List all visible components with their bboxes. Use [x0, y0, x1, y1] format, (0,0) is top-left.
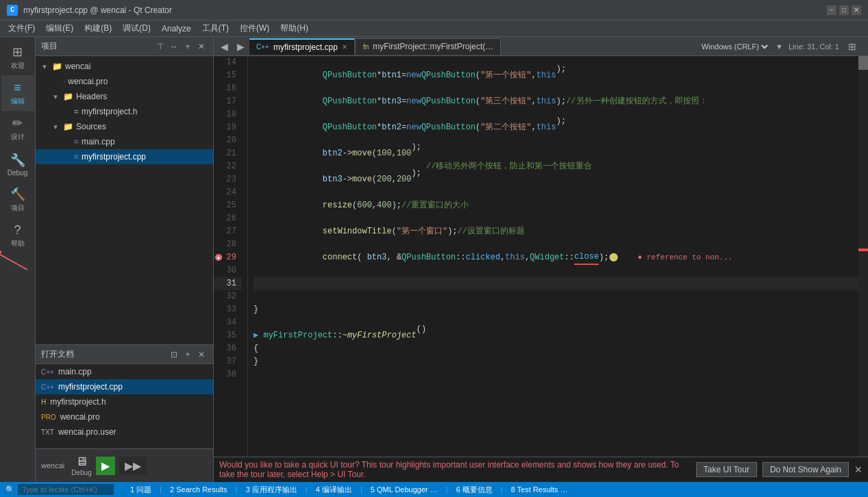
close-open-files-icon[interactable]: ✕ [195, 348, 208, 361]
scrollbar-thumb[interactable] [858, 56, 868, 70]
tree-item-headers[interactable]: ▼ 📁 Headers [36, 89, 213, 104]
sidebar-debug-btn[interactable]: 🔧 Debug [1, 146, 34, 182]
design-label: 设计 [11, 132, 25, 142]
line-25: 25 [214, 199, 242, 212]
open-file-wencai-pro-user[interactable]: TXT wencai.pro.user [36, 424, 213, 439]
tree-item-main-cpp[interactable]: ⌗ main.cpp [36, 134, 213, 149]
status-search-results[interactable]: 2 Search Results [167, 485, 230, 494]
filter-icon[interactable]: ⊤ [154, 40, 166, 53]
split-icon[interactable]: ⊡ [168, 348, 180, 361]
line-24: 24 [214, 186, 242, 199]
line-21: 21 [214, 147, 242, 160]
cpp-icon: C++ [41, 368, 54, 376]
forward-button[interactable]: ▶ [233, 39, 248, 54]
menu-analyze[interactable]: Analyze [156, 23, 197, 35]
code-line-35: ▶ myFirstProject::~myFirstProject() [253, 329, 858, 342]
menu-edit[interactable]: 编辑(E) [40, 21, 79, 36]
code-line-36: { [253, 342, 858, 355]
design-icon: ✏ [12, 116, 23, 131]
sidebar-edit-btn[interactable]: ≡ 编辑 [1, 75, 34, 111]
status-errors[interactable]: 1 问题 [127, 485, 154, 495]
open-file-myfirstproject-cpp[interactable]: C++ myfirstproject.cpp [36, 379, 213, 394]
tree-item-sources[interactable]: ▼ 📁 Sources [36, 119, 213, 134]
code-line-17: QPushButton * btn3 = new QPushButton("第三… [253, 95, 858, 108]
header-file-icon: ⌗ [74, 107, 79, 116]
status-app-output[interactable]: 3 应用程序输出 [243, 485, 300, 495]
do-not-show-button[interactable]: Do Not Show Again [762, 462, 849, 477]
menu-bar: 文件(F) 编辑(E) 构建(B) 调试(D) Analyze 工具(T) 控件… [0, 21, 868, 37]
sync-icon[interactable]: ↔ [168, 40, 180, 53]
code-line-31 [253, 277, 858, 290]
add-icon[interactable]: + [182, 40, 194, 53]
maximize-button[interactable]: □ [839, 5, 849, 15]
open-file-label: main.cpp [58, 367, 92, 377]
close-panel-icon[interactable]: ✕ [195, 40, 208, 53]
line-38: 38 [214, 368, 242, 381]
line-19: 19 [214, 121, 242, 134]
folder-icon: 📁 [63, 92, 73, 101]
debug-label: Debug [8, 169, 27, 177]
tab-close-icon[interactable]: ✕ [342, 43, 347, 51]
run-button[interactable]: ▶ [96, 457, 115, 475]
open-files-header: 打开文档 ⊡ + ✕ [36, 345, 213, 364]
position-text: Line: 31, Col: 1 [789, 42, 839, 51]
line-23: 23 [214, 173, 242, 186]
minimize-button[interactable]: − [827, 5, 836, 15]
line-14: 14 [214, 56, 242, 69]
project-panel-header: 项目 ⊤ ↔ + ✕ [36, 37, 213, 56]
expand-icon[interactable]: + [182, 348, 194, 361]
code-line-22: //移动另外两个按钮，防止和第一个按钮重合 [253, 160, 858, 173]
tab-myfirstproject-cpp[interactable]: C++ myfirstproject.cpp ✕ [249, 38, 355, 55]
code-line-25: resize(600,400);//重置窗口的大小 [253, 199, 858, 212]
tree-label: myfirstproject.cpp [82, 152, 146, 162]
menu-controls[interactable]: 控件(W) [234, 21, 275, 36]
status-general-messages[interactable]: 6 概要信息 [454, 485, 495, 495]
close-button[interactable]: ✕ [852, 5, 861, 15]
code-line-28 [253, 238, 858, 251]
locate-input[interactable] [18, 484, 114, 495]
code-line-19: QPushButton * btn2 = new QPushButton("第二… [253, 121, 858, 134]
open-file-myfirstproject-h[interactable]: H myfirstproject.h [36, 394, 213, 409]
tree-item-myfirstproject-h[interactable]: ⌗ myfirstproject.h [36, 104, 213, 119]
code-line-38 [253, 368, 858, 381]
line-26: 26 [214, 212, 242, 225]
line-29: ● 29 [214, 251, 242, 264]
message-close-icon[interactable]: ✕ [854, 464, 863, 475]
menu-debug[interactable]: 调试(D) [117, 21, 156, 36]
user-icon: TXT [41, 429, 54, 436]
code-content[interactable]: QPushButton * btn1 = new QPushButton("第一… [248, 56, 858, 457]
split-editor-button[interactable]: ⊞ [845, 39, 860, 54]
tree-item-myfirstproject-cpp[interactable]: ⌗ myfirstproject.cpp [36, 149, 213, 164]
tab-label: myfirstproject.cpp [273, 42, 338, 52]
take-ui-tour-button[interactable]: Take UI Tour [696, 462, 757, 477]
tree-label: myfirstproject.h [82, 107, 137, 116]
tree-item-wencai[interactable]: ▼ 📁 wencai [36, 59, 213, 74]
status-qml-debugger[interactable]: 5 QML Debugger … [368, 485, 441, 494]
open-file-wencai-pro[interactable]: PRO wencai.pro [36, 409, 213, 424]
tree-item-wencai-pro[interactable]: · wencai.pro [36, 74, 213, 89]
folder-icon: 📁 [63, 122, 73, 131]
line-15: 15 [214, 69, 242, 82]
tree-label: wencai.pro [68, 77, 108, 86]
tab-myfirstproject-fn[interactable]: fn myFirstProject::myFirstProject(… [356, 38, 501, 55]
sidebar-help-btn[interactable]: ? 帮助 [1, 218, 34, 253]
debug-icon-side: 🖥 Debug [71, 455, 91, 476]
encoding-dropdown[interactable]: Windows (CRLF) [699, 42, 770, 51]
status-test-results[interactable]: 8 Test Results … [508, 485, 571, 494]
step-button[interactable]: ▶▶ [119, 457, 147, 475]
sidebar-project-btn[interactable]: 🔨 项目 [1, 182, 34, 218]
menu-tools[interactable]: 工具(T) [197, 21, 234, 36]
open-file-label: myfirstproject.h [50, 397, 106, 407]
sidebar-welcome-btn[interactable]: ⊞ 欢迎 [1, 40, 34, 75]
tree-label: Headers [76, 92, 107, 101]
back-button[interactable]: ◀ [216, 39, 232, 54]
menu-build[interactable]: 构建(B) [79, 21, 117, 36]
open-file-main-cpp[interactable]: C++ main.cpp [36, 364, 213, 379]
cpp-tab-icon: C++ [256, 43, 269, 51]
bottom-message: Would you like to take a quick UI tour? … [214, 457, 868, 482]
menu-help[interactable]: 帮助(H) [275, 21, 314, 36]
status-compile-output[interactable]: 4 编译输出 [313, 485, 355, 495]
sidebar-design-btn[interactable]: ✏ 设计 [1, 111, 34, 146]
menu-file[interactable]: 文件(F) [3, 21, 40, 36]
help-icon: ? [14, 223, 21, 238]
